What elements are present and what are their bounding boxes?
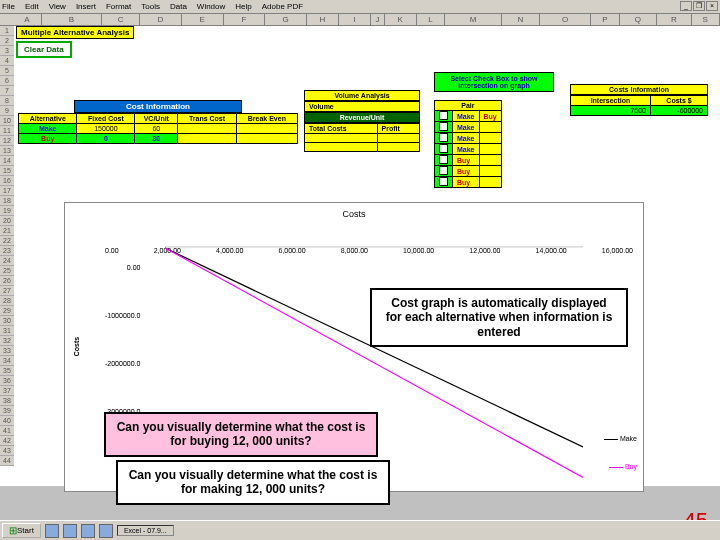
cell-vc-buy[interactable]: 80 [135, 134, 178, 144]
close-icon[interactable]: × [706, 1, 718, 11]
checkbox[interactable] [439, 133, 448, 142]
windows-icon: ⊞ [9, 525, 17, 536]
pair-second: Buy [479, 111, 501, 122]
cell[interactable] [305, 134, 378, 143]
menu-file[interactable]: File [2, 2, 15, 11]
checkbox[interactable] [439, 122, 448, 131]
col-header[interactable]: A [13, 14, 41, 25]
col-header[interactable]: Q [620, 14, 658, 25]
ytick: -2000000.0 [105, 359, 140, 407]
col-alternative: Alternative [19, 114, 77, 124]
cell[interactable] [377, 143, 419, 152]
menu-tools[interactable]: Tools [141, 2, 160, 11]
cell-be-buy[interactable] [236, 134, 297, 144]
quicklaunch-icon[interactable] [99, 524, 113, 538]
cell [479, 133, 501, 144]
col-header[interactable]: N [502, 14, 540, 25]
checkbox[interactable] [439, 177, 448, 186]
ytick: -1000000.0 [105, 311, 140, 359]
col-header[interactable]: J [371, 14, 384, 25]
menu-format[interactable]: Format [106, 2, 131, 11]
col-header[interactable]: G [265, 14, 307, 25]
cell-alt-make[interactable]: Make [19, 124, 77, 134]
val-costs: -600000 [650, 106, 707, 116]
cell[interactable] [377, 134, 419, 143]
col-header[interactable]: S [692, 14, 720, 25]
pair-item: Buy [453, 155, 480, 166]
col-header[interactable]: B [42, 14, 103, 25]
col-profit: Profit [377, 124, 419, 134]
cell [479, 122, 501, 133]
sheet-title: Multiple Alternative Analysis [16, 26, 134, 39]
cell-be-make[interactable] [236, 124, 297, 134]
cost-info-table: Cost Information Alternative Fixed Cost … [18, 100, 298, 144]
start-label: Start [17, 526, 34, 535]
col-intersection: Intersection [571, 96, 651, 106]
restore-icon[interactable]: ❐ [693, 1, 705, 11]
menu-edit[interactable]: Edit [25, 2, 39, 11]
col-header[interactable]: I [339, 14, 371, 25]
col-trans-cost: Trans Cost [178, 114, 236, 124]
col-header[interactable]: L [417, 14, 445, 25]
col-header[interactable]: O [540, 14, 591, 25]
col-header[interactable]: E [182, 14, 224, 25]
cell-alt-buy[interactable]: Buy [19, 134, 77, 144]
col-header[interactable]: F [224, 14, 266, 25]
menu-insert[interactable]: Insert [76, 2, 96, 11]
pair-item: Buy [453, 166, 480, 177]
quicklaunch-icon[interactable] [45, 524, 59, 538]
col-header[interactable]: R [657, 14, 691, 25]
row-headers: 1234567891011121314151617181920212223242… [0, 26, 14, 466]
checkbox[interactable] [439, 155, 448, 164]
taskbar: ⊞ Start Excel - 07.9... [0, 520, 720, 540]
menu-help[interactable]: Help [235, 2, 251, 11]
rev-unit-label: Revenue/Unit [304, 112, 420, 123]
col-header[interactable]: H [307, 14, 339, 25]
val-intersection: 7500 [571, 106, 651, 116]
menu-adobe[interactable]: Adobe PDF [262, 2, 303, 11]
taskbar-task[interactable]: Excel - 07.9... [117, 525, 174, 536]
menu-window[interactable]: Window [197, 2, 225, 11]
cell-tc-make[interactable] [178, 124, 236, 134]
col-header[interactable]: M [445, 14, 502, 25]
callout-auto-display: Cost graph is automatically displayed fo… [370, 288, 628, 347]
cell-vc-make[interactable]: 60 [135, 124, 178, 134]
pair-item: Make [453, 144, 480, 155]
col-header[interactable]: D [140, 14, 182, 25]
menu-data[interactable]: Data [170, 2, 187, 11]
checkbox[interactable] [439, 144, 448, 153]
checkbox[interactable] [439, 166, 448, 175]
pair-item: Buy [453, 177, 480, 188]
callout-make-question: Can you visually determine what the cost… [116, 460, 390, 505]
col-fixed-cost: Fixed Cost [77, 114, 135, 124]
menu-view[interactable]: View [49, 2, 66, 11]
col-header[interactable]: P [591, 14, 619, 25]
select-hint: Select Check Box to show intersection on… [434, 72, 554, 92]
start-button[interactable]: ⊞ Start [2, 523, 41, 538]
col-vc-unit: VC/Unit [135, 114, 178, 124]
chart-title: Costs [65, 203, 643, 225]
clear-data-button[interactable]: Clear Data [16, 41, 72, 58]
pair-table: Pair MakeBuy Make Make Make Buy Buy Buy [434, 100, 502, 188]
quicklaunch-icon[interactable] [81, 524, 95, 538]
cost-info-header: Cost Information [74, 100, 242, 113]
y-axis-label: Costs [73, 337, 80, 356]
minimize-icon[interactable]: _ [680, 1, 692, 11]
ytick: 0.00 [105, 263, 140, 311]
quicklaunch-icon[interactable] [63, 524, 77, 538]
cell[interactable] [305, 143, 378, 152]
col-header[interactable]: C [102, 14, 140, 25]
cell [479, 155, 501, 166]
col-costs: Costs $ [650, 96, 707, 106]
col-header[interactable]: K [385, 14, 417, 25]
checkbox[interactable] [439, 111, 448, 120]
cell-fc-make[interactable]: 150000 [77, 124, 135, 134]
costs-header: Costs Information [570, 84, 708, 95]
menu-bar: File Edit View Insert Format Tools Data … [0, 0, 720, 14]
table-row: Buy 0 80 [19, 134, 298, 144]
column-headers: ABCDEFGHIJKLMNOPQRS [0, 14, 720, 26]
legend-buy: Buy [609, 463, 637, 470]
col-break-even: Break Even [236, 114, 297, 124]
cell-tc-buy[interactable] [178, 134, 236, 144]
cell-fc-buy[interactable]: 0 [77, 134, 135, 144]
